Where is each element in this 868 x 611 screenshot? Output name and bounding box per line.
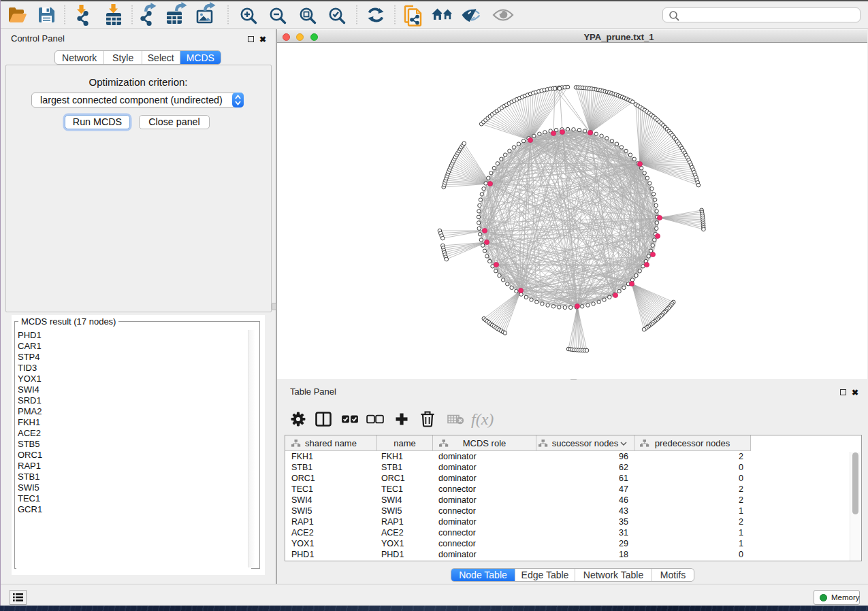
svg-text:f(x): f(x)	[471, 410, 494, 428]
